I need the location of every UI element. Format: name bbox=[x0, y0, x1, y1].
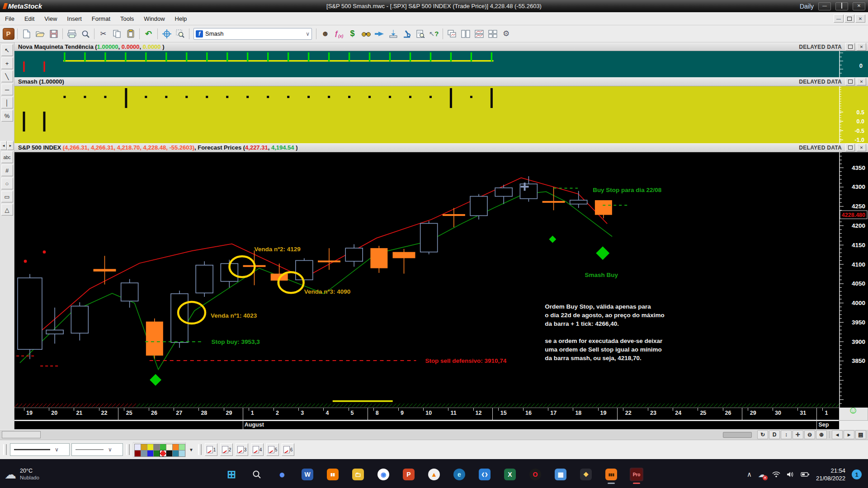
line-weight-dropdown[interactable]: ∨ bbox=[10, 443, 70, 456]
taskbar-icon-chrome[interactable]: ◉ bbox=[377, 468, 390, 481]
report-icon[interactable] bbox=[414, 27, 427, 40]
color-swatch[interactable] bbox=[179, 450, 185, 457]
pan-button[interactable]: ✛ bbox=[793, 430, 803, 439]
tile-grid-icon[interactable] bbox=[486, 27, 499, 40]
venda-1-label[interactable]: Venda nº1: 4023 bbox=[211, 312, 257, 319]
child-minimize-button[interactable]: — bbox=[834, 14, 844, 23]
print-preview-icon[interactable] bbox=[79, 27, 92, 40]
notification-badge[interactable]: 1 bbox=[852, 469, 862, 479]
data-window-button[interactable]: ▤ bbox=[855, 430, 866, 439]
undo-icon[interactable]: ↶ bbox=[142, 27, 155, 40]
onedrive-offline-icon[interactable]: ☁✕ bbox=[758, 470, 766, 479]
child-restore-button[interactable] bbox=[844, 14, 854, 23]
scroll-right-button[interactable]: ▸ bbox=[844, 430, 854, 439]
trendline-tool[interactable]: ╲ bbox=[1, 70, 13, 82]
color-swatch[interactable] bbox=[141, 450, 147, 457]
template-button-1[interactable]: 1 bbox=[205, 443, 217, 456]
menu-file[interactable]: File bbox=[0, 13, 19, 24]
vertical-scale-button[interactable]: ↕ bbox=[781, 430, 792, 439]
stop-buy-label[interactable]: Stop buy: 3953,3 bbox=[212, 338, 260, 345]
refresh-button[interactable]: ↻ bbox=[757, 430, 768, 439]
panel1-maximize-button[interactable] bbox=[845, 43, 855, 51]
taskbar-icon-opera[interactable]: O bbox=[528, 468, 542, 481]
color-swatch[interactable] bbox=[147, 444, 154, 450]
daily-periodicity-button[interactable]: D bbox=[769, 430, 780, 439]
smash-buy-diamond-jul26[interactable] bbox=[150, 374, 161, 386]
taskbar-icon-search[interactable] bbox=[250, 468, 264, 481]
text-tool[interactable]: abc bbox=[1, 151, 13, 163]
zoom-in-button[interactable]: ⊕ bbox=[816, 430, 827, 439]
venda-3-label[interactable]: Venda nº3: 4090 bbox=[304, 288, 350, 295]
dollar-icon[interactable]: $ bbox=[346, 27, 359, 40]
panel2-close-button[interactable]: ✕ bbox=[857, 78, 866, 85]
forecaster-arrow-icon[interactable] bbox=[373, 27, 386, 40]
taskbar-icon-powerpoint[interactable]: P bbox=[402, 468, 415, 481]
taskbar-icon-calculator[interactable]: ▦ bbox=[554, 468, 567, 481]
explorer-binoculars-icon[interactable] bbox=[359, 27, 373, 40]
taskbar-icon-vlc[interactable]: ▲ bbox=[427, 468, 441, 481]
panel1-header[interactable]: Nova Maquineta Tendência (1.00000, 0.000… bbox=[14, 42, 868, 51]
crosshair-icon[interactable] bbox=[160, 27, 173, 40]
panel3-maximize-button[interactable] bbox=[845, 144, 855, 151]
scroll-left-button[interactable]: ◂ bbox=[0, 141, 7, 150]
maximize-button[interactable] bbox=[835, 2, 848, 10]
panel3-header[interactable]: S&P 500 INDEX (4,266.31, 4,266.31, 4,218… bbox=[14, 143, 868, 152]
tray-chevron-icon[interactable]: ∧ bbox=[747, 470, 752, 479]
color-swatch[interactable] bbox=[172, 444, 179, 450]
scroll-left-button[interactable]: ◂ bbox=[832, 430, 843, 439]
help-pointer-icon[interactable]: ↖? bbox=[427, 27, 440, 40]
buy-stop-label[interactable]: Buy Stop para dia 22/08 bbox=[593, 187, 662, 193]
cut-icon[interactable]: ✂ bbox=[97, 27, 110, 40]
grid-tool[interactable]: # bbox=[1, 164, 13, 176]
color-swatch[interactable] bbox=[134, 450, 141, 457]
template-button-4[interactable]: 4 bbox=[251, 443, 264, 456]
indicator-fx-icon[interactable]: ƒ(x) bbox=[332, 27, 345, 40]
downloader-icon[interactable] bbox=[387, 27, 400, 40]
color-swatch[interactable] bbox=[166, 444, 173, 450]
volume-icon[interactable] bbox=[787, 471, 794, 478]
scrollbar-thumb[interactable] bbox=[723, 432, 752, 438]
color-swatch[interactable] bbox=[172, 450, 179, 457]
menu-format[interactable]: Format bbox=[87, 13, 115, 24]
taskbar-icon-excel[interactable]: X bbox=[503, 468, 517, 481]
panel2-maximize-button[interactable] bbox=[845, 78, 855, 85]
menu-insert[interactable]: Insert bbox=[62, 13, 87, 24]
menu-view[interactable]: View bbox=[39, 13, 62, 24]
venda-2-label[interactable]: Venda nº2: 4129 bbox=[255, 246, 301, 253]
expert-advisor-icon[interactable]: ☻ bbox=[319, 27, 332, 40]
vertical-line-tool[interactable]: │ bbox=[1, 97, 13, 108]
pointer-tool[interactable]: ↖ bbox=[1, 44, 13, 56]
color-swatch[interactable] bbox=[147, 450, 154, 457]
color-swatch[interactable] bbox=[141, 444, 147, 450]
tile-horizontal-icon[interactable] bbox=[472, 27, 486, 40]
clock[interactable]: 21:54 21/08/2022 bbox=[816, 467, 845, 482]
child-close-button[interactable]: ✕ bbox=[855, 14, 865, 23]
template-button-3[interactable]: 3 bbox=[236, 443, 248, 456]
settings-gear-icon[interactable]: ⚙ bbox=[500, 27, 513, 40]
horizontal-scrollbar[interactable] bbox=[42, 432, 756, 438]
color-swatch[interactable] bbox=[179, 444, 185, 450]
small-green-diamond[interactable] bbox=[549, 235, 556, 243]
horizontal-line-tool[interactable]: ─ bbox=[1, 84, 13, 95]
color-swatch[interactable] bbox=[153, 444, 160, 450]
scroll-right-button[interactable]: ▸ bbox=[7, 141, 14, 150]
microscope-icon[interactable] bbox=[400, 27, 413, 40]
taskbar-icon-file-explorer[interactable]: 🗀 bbox=[351, 468, 365, 481]
triangle-tool[interactable]: △ bbox=[1, 204, 13, 216]
indicator-combo[interactable]: fSmash∨ bbox=[193, 28, 312, 40]
stop-sell-label[interactable]: Stop sell defensivo: 3910,74 bbox=[425, 357, 506, 364]
tile-vertical-icon[interactable] bbox=[459, 27, 472, 40]
panel2-header[interactable]: Smash (1.00000) DELAYED DATA ✕ bbox=[14, 77, 868, 86]
taskbar-icon-vscode[interactable]: ❮❯ bbox=[478, 468, 491, 481]
open-icon[interactable] bbox=[33, 27, 47, 40]
cascade-windows-icon[interactable] bbox=[445, 27, 458, 40]
menu-help[interactable]: Help bbox=[170, 13, 192, 24]
color-swatch[interactable] bbox=[134, 444, 141, 450]
new-chart-icon[interactable] bbox=[20, 27, 33, 40]
crosshair-tool[interactable]: + bbox=[1, 57, 13, 69]
copy-icon[interactable] bbox=[110, 27, 123, 40]
taskbar-icon-blue-sphere[interactable]: ● bbox=[275, 468, 289, 481]
save-icon[interactable] bbox=[47, 27, 60, 40]
paste-icon[interactable] bbox=[124, 27, 137, 40]
template-button-6[interactable]: 6 bbox=[282, 443, 294, 456]
